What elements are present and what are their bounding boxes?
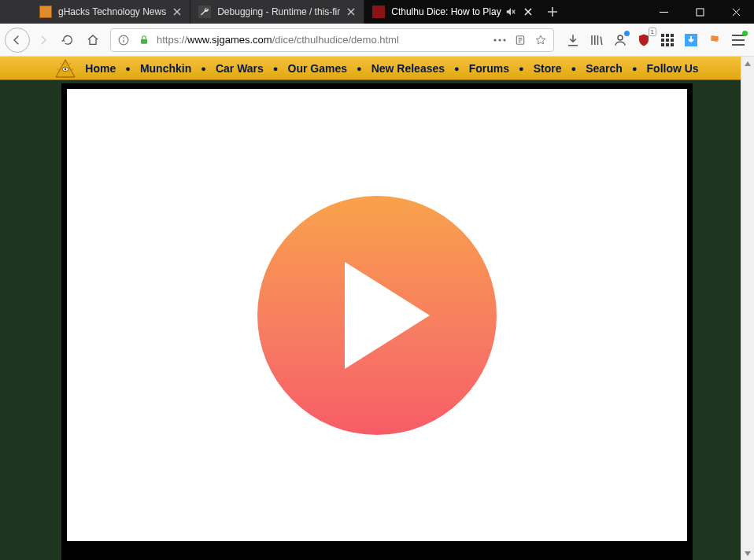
- maximize-icon: [696, 8, 704, 17]
- nav-separator-icon: ●: [571, 64, 577, 73]
- svg-point-5: [498, 39, 501, 41]
- site-nav-followus[interactable]: Follow Us: [647, 62, 699, 75]
- url-host: www.sjgames.com: [187, 34, 272, 46]
- downloads-button[interactable]: [562, 29, 584, 51]
- grid-icon: [661, 34, 674, 46]
- chevron-down-icon: [745, 551, 751, 556]
- back-button[interactable]: [5, 28, 30, 53]
- tab-0[interactable]: gHacks Technology News: [31, 0, 190, 24]
- site-nav-forums[interactable]: Forums: [469, 62, 509, 75]
- info-icon: [118, 35, 129, 46]
- arrow-right-icon: [36, 34, 49, 46]
- connection-secure-button[interactable]: [136, 32, 152, 48]
- svg-rect-3: [141, 39, 147, 43]
- close-icon: [347, 8, 355, 16]
- site-nav-ourgames[interactable]: Our Games: [288, 62, 347, 75]
- page-actions-button[interactable]: [492, 32, 508, 48]
- svg-rect-13: [666, 39, 669, 42]
- notification-dot-icon: [624, 31, 630, 36]
- arrow-left-icon: [11, 34, 24, 46]
- titlebar-left-spacer: [0, 0, 31, 24]
- close-icon: [524, 8, 532, 16]
- tab-close-button[interactable]: [171, 6, 183, 18]
- video-area[interactable]: [67, 89, 687, 541]
- window-close-button[interactable]: [718, 0, 754, 24]
- ublock-button[interactable]: 1: [633, 29, 655, 51]
- bookmark-button[interactable]: [533, 32, 549, 48]
- tab-title: Debugging - Runtime / this-fir: [217, 6, 340, 17]
- scroll-down-button[interactable]: [741, 547, 754, 560]
- home-icon: [87, 34, 99, 46]
- window-maximize-button[interactable]: [682, 0, 718, 24]
- video-frame: [61, 83, 693, 560]
- reader-mode-button[interactable]: [512, 32, 528, 48]
- svg-point-6: [503, 39, 505, 41]
- ublock-count-badge: 1: [649, 28, 656, 36]
- svg-rect-9: [661, 34, 664, 37]
- chevron-up-icon: [745, 61, 751, 66]
- site-info-button[interactable]: [116, 32, 131, 48]
- tab-close-button[interactable]: [345, 6, 357, 18]
- account-button[interactable]: [609, 29, 631, 51]
- svg-rect-16: [666, 43, 669, 46]
- svg-rect-12: [661, 39, 664, 42]
- scrollbar-track[interactable]: [741, 70, 754, 547]
- scroll-up-button[interactable]: [741, 57, 754, 70]
- play-button[interactable]: [257, 196, 497, 435]
- svg-rect-0: [697, 9, 704, 16]
- close-icon: [173, 8, 181, 16]
- nav-separator-icon: ●: [125, 64, 131, 73]
- reader-icon: [515, 35, 526, 46]
- nav-separator-icon: ●: [273, 64, 279, 73]
- forward-button[interactable]: [30, 28, 55, 53]
- site-nav-newreleases[interactable]: New Releases: [371, 62, 445, 75]
- reload-button[interactable]: [55, 28, 80, 53]
- nav-separator-icon: ●: [632, 64, 638, 73]
- site-nav-munchkin[interactable]: Munchkin: [140, 62, 191, 75]
- svg-rect-17: [671, 43, 674, 46]
- download-icon: [566, 33, 580, 47]
- svg-point-20: [65, 68, 66, 69]
- url-bar[interactable]: https://www.sjgames.com/dice/cthulhudice…: [110, 28, 554, 52]
- apps-grid-button[interactable]: [656, 29, 678, 51]
- svg-point-8: [618, 35, 623, 40]
- tab-close-button[interactable]: [522, 6, 534, 18]
- window-minimize-button[interactable]: [645, 0, 682, 24]
- new-tab-button[interactable]: [541, 0, 564, 24]
- site-nav-store[interactable]: Store: [534, 62, 562, 75]
- vertical-scrollbar[interactable]: [741, 57, 754, 560]
- site-nav-home[interactable]: Home: [85, 62, 116, 75]
- site-nav-search[interactable]: Search: [586, 62, 623, 75]
- page-content: Home● Munchkin● Car Wars● Our Games● New…: [0, 57, 754, 560]
- audio-muted-icon: [505, 6, 516, 17]
- star-icon: [535, 35, 546, 46]
- nav-separator-icon: ●: [201, 64, 206, 73]
- extension-orange-button[interactable]: [704, 29, 726, 51]
- tab-mute-button[interactable]: [505, 6, 517, 18]
- svg-rect-14: [671, 39, 674, 42]
- home-button[interactable]: [80, 28, 105, 53]
- nav-separator-icon: ●: [357, 64, 362, 73]
- lock-icon: [139, 35, 150, 46]
- tab-2-active[interactable]: Cthulhu Dice: How to Play: [364, 0, 540, 24]
- plus-icon: [547, 6, 558, 17]
- tab-1[interactable]: Debugging - Runtime / this-fir: [190, 0, 364, 24]
- menu-button[interactable]: [727, 29, 749, 51]
- site-top-nav: Home● Munchkin● Car Wars● Our Games● New…: [0, 57, 754, 80]
- site-nav-carwars[interactable]: Car Wars: [216, 62, 264, 75]
- svg-rect-15: [661, 43, 664, 46]
- ellipsis-icon: [493, 39, 506, 42]
- minimize-icon: [660, 8, 668, 17]
- toolbar-extensions: 1: [562, 29, 749, 51]
- library-button[interactable]: [586, 29, 608, 51]
- url-path: /dice/cthulhudice/demo.html: [272, 34, 399, 46]
- download-square-icon: [685, 34, 697, 46]
- extension-blue-button[interactable]: [680, 29, 702, 51]
- nav-toolbar: https://www.sjgames.com/dice/cthulhudice…: [0, 24, 754, 57]
- svg-rect-10: [666, 34, 669, 37]
- nav-separator-icon: ●: [519, 64, 524, 73]
- tab-title: Cthulhu Dice: How to Play: [391, 6, 501, 17]
- site-logo[interactable]: [55, 58, 76, 79]
- url-scheme: https://: [157, 34, 187, 46]
- favicon-devtools-icon: [198, 6, 211, 18]
